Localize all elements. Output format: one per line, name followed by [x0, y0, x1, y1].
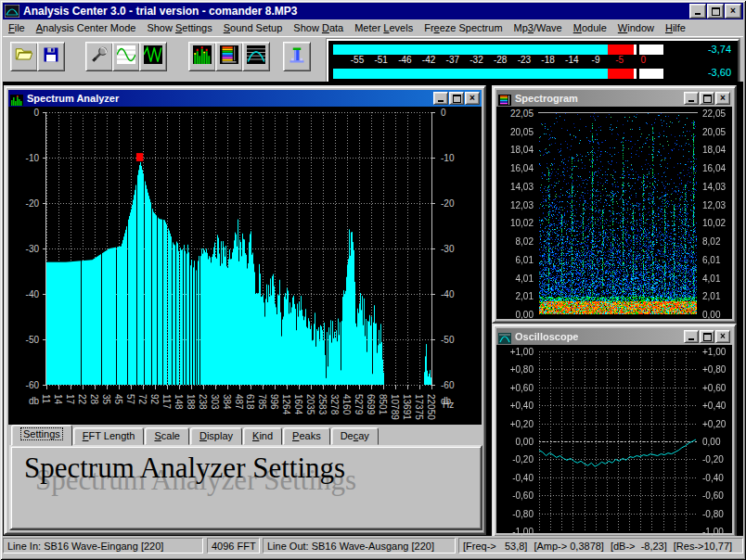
menu-item-freeze-spectrum[interactable]: Freeze Spectrum — [418, 20, 508, 35]
tab-kind[interactable]: Kind — [243, 427, 282, 445]
oscilloscope-canvas — [539, 351, 697, 531]
close-icon: × — [469, 94, 475, 103]
menu-item-sound-setup[interactable]: Sound Setup — [218, 20, 289, 35]
toolbar-button-spectrogram[interactable] — [215, 42, 243, 71]
restore-button[interactable] — [707, 4, 724, 19]
maximize-button[interactable] — [700, 92, 714, 105]
menu-item-analysis-center-mode[interactable]: Analysis Center Mode — [31, 20, 142, 35]
close-button[interactable]: × — [465, 92, 480, 105]
menu-item-hilfe[interactable]: Hilfe — [660, 20, 691, 35]
spectrum-y-tick-label: 0 — [11, 108, 39, 118]
tab-peaks[interactable]: Peaks — [283, 427, 330, 445]
minimize-button[interactable] — [684, 92, 699, 105]
toolbar-button-save-floppy[interactable] — [37, 42, 65, 71]
menu-item-show-data[interactable]: Show Data — [288, 20, 349, 35]
minimize-button[interactable] — [433, 92, 448, 105]
tab-decay[interactable]: Decay — [331, 427, 379, 445]
spectrum-x-tick-label: 487 — [234, 394, 244, 410]
spectrogram-titlebar[interactable]: Spectrogram × — [496, 90, 732, 107]
spectrum-window-icon — [10, 93, 23, 104]
spectrogram-y-tick-label: 4,01 — [500, 274, 534, 284]
app-titlebar[interactable]: Analysis Center 3.0 - trial version - co… — [3, 3, 743, 19]
oscilloscope-y-tick-label: +0,80 — [702, 364, 736, 375]
tab-scale[interactable]: Scale — [145, 427, 189, 445]
toolbar-button-open-folder[interactable] — [10, 42, 38, 71]
meter-scale-label: 0 — [628, 55, 658, 65]
spectrum-y-tick-label: -50 — [441, 335, 472, 345]
minimize-icon — [695, 13, 701, 15]
spectrum-x-tick-label: 1604 — [293, 394, 303, 414]
spectrum-x-tick-label: 996 — [269, 394, 279, 410]
restore-icon — [712, 7, 720, 16]
toolbar-button-microphone[interactable] — [85, 42, 113, 71]
menu-item-window[interactable]: Window — [612, 20, 660, 35]
maximize-icon — [703, 333, 712, 341]
tab-fft-length[interactable]: FFT Length — [73, 427, 145, 445]
oscilloscope-y-tick-label: 0,00 — [500, 437, 534, 447]
tab-settings[interactable]: Settings — [11, 425, 72, 446]
toolbar-button-level-column[interactable] — [283, 42, 311, 71]
menu-bar: FileAnalysis Center ModeShow SettingsSou… — [3, 19, 743, 36]
spectrum-window-title: Spectrum Analyzer — [27, 93, 432, 104]
toolbar-button-spectrum-bars[interactable] — [188, 42, 216, 71]
toolbar-button-oscilloscope[interactable] — [112, 42, 140, 71]
toolbar-button-spectrum-curve[interactable] — [242, 42, 270, 71]
spectrum-x-tick-label: 148 — [174, 394, 184, 410]
oscilloscope-window[interactable]: Oscilloscope × +1,00+1,00+0,80+0,80+0,60… — [492, 324, 737, 538]
spectrogram-y-tick-label: 6,01 — [500, 255, 534, 265]
spectrogram-y-tick-label: 10,02 — [500, 218, 534, 228]
spectrogram-y-tick-label: 4,01 — [702, 274, 736, 284]
maximize-button[interactable] — [449, 92, 464, 105]
spectrogram-y-tick-label: 18,04 — [500, 145, 534, 155]
spectrogram-y-tick-label: 20,05 — [500, 127, 534, 137]
close-button[interactable]: × — [715, 330, 730, 343]
maximize-button[interactable] — [700, 330, 714, 343]
spectrum-x-tick-label: 238 — [198, 394, 208, 410]
spectrogram-y-tick-label: 14,03 — [500, 182, 534, 192]
menu-item-module[interactable]: Module — [568, 20, 612, 35]
spectrum-curve-icon — [247, 45, 265, 68]
spectrum-y-tick-label: -20 — [441, 198, 472, 209]
toolbar: -55-51-46-42-37-32-28-23-18-14-9-50 -3,7… — [3, 36, 743, 83]
spectrum-x-tick-label: 8501 — [378, 394, 388, 414]
level-bar-cyan — [333, 45, 608, 55]
minimize-button[interactable] — [684, 330, 699, 343]
settings-tab-row: SettingsFFT LengthScaleDisplayKindPeaksD… — [11, 426, 379, 445]
spectrum-y-tick-label: -40 — [11, 289, 39, 299]
close-icon: × — [730, 6, 736, 16]
tab-display[interactable]: Display — [190, 427, 242, 445]
oscilloscope-chart-area: +1,00+1,00+0,80+0,80+0,60+0,60+0,40+0,40… — [496, 345, 732, 533]
peak-hold-tick — [637, 45, 639, 55]
menu-item-file[interactable]: File — [3, 20, 31, 35]
spectrum-analyzer-window[interactable]: Spectrum Analyzer × 00-10-10-20-20-30-30… — [4, 85, 486, 535]
spectrum-x-tick-label: 22 — [77, 394, 87, 404]
spectrogram-y-tick-label: 0,00 — [702, 310, 736, 320]
spectrum-x-tick-label: 17375 — [414, 394, 424, 420]
spectrum-y-tick-label: -10 — [11, 153, 39, 163]
spectrum-x-tick-label: 72 — [137, 394, 148, 404]
spectrogram-y-tick-label: 16,04 — [702, 163, 736, 173]
close-icon: × — [720, 94, 726, 103]
spectrum-titlebar[interactable]: Spectrum Analyzer × — [8, 90, 482, 107]
level-bar-cyan — [333, 69, 608, 79]
level-column-icon — [288, 45, 306, 68]
menu-item-meter-levels[interactable]: Meter Levels — [349, 20, 418, 35]
spectrogram-y-tick-label: 10,02 — [702, 218, 736, 228]
microphone-icon — [90, 45, 109, 68]
spectrum-y-tick-label: -30 — [441, 244, 472, 254]
minimize-button[interactable] — [689, 4, 706, 19]
spectrogram-y-tick-label: 6,01 — [702, 255, 736, 265]
spectrogram-y-tick-label: 2,01 — [702, 291, 736, 301]
close-button[interactable]: × — [725, 4, 741, 19]
spectrum-y-tick-label: -30 — [11, 244, 39, 254]
level-meter-left-channel — [333, 45, 663, 55]
oscilloscope-titlebar[interactable]: Oscilloscope × — [496, 328, 732, 345]
toolbar-button-waveform[interactable] — [139, 42, 167, 71]
menu-item-show-settings[interactable]: Show Settings — [141, 20, 217, 35]
spectrogram-y-tick-label: 14,03 — [702, 182, 736, 192]
close-button[interactable]: × — [715, 92, 730, 105]
spectrogram-window[interactable]: Spectrogram × 22,0522,0520,0520,0518,041… — [492, 85, 737, 324]
oscilloscope-y-tick-label: -0,20 — [702, 454, 736, 465]
menu-item-mp3-wave[interactable]: Mp3/Wave — [508, 20, 568, 35]
status-fft: 4096 FFT — [207, 538, 260, 554]
